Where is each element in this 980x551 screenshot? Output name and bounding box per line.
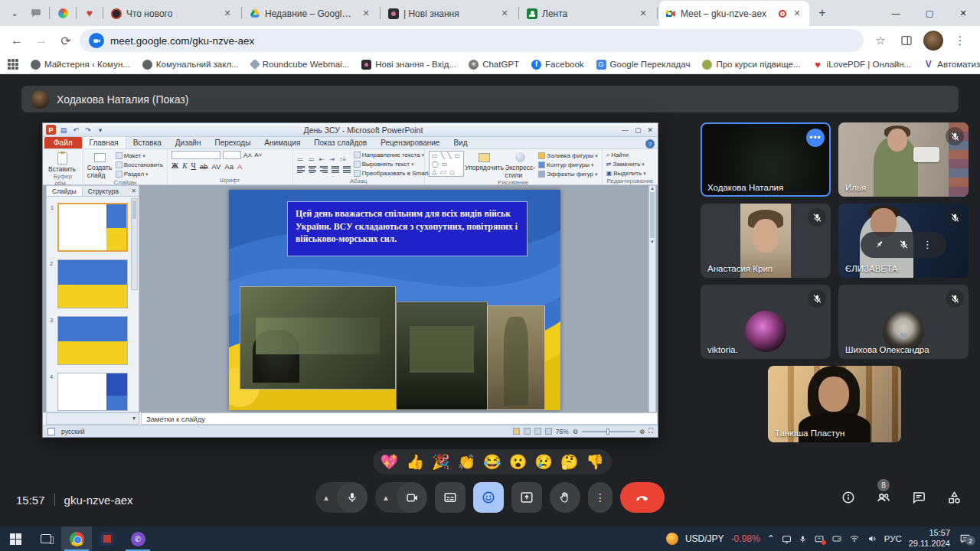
tab-close-icon[interactable]: ✕ — [791, 8, 803, 20]
layout-button[interactable]: Макет▾ — [116, 152, 163, 160]
reaction-cry[interactable]: 😢 — [534, 455, 553, 469]
ppt-tab-slideshow[interactable]: Показ слайдов — [307, 137, 374, 148]
align-left-button[interactable] — [297, 166, 305, 173]
mic-button[interactable] — [337, 482, 368, 513]
ppt-minimize-button[interactable]: — — [622, 126, 629, 134]
reaction-surprised[interactable]: 😮 — [509, 455, 528, 469]
meeting-details-button[interactable] — [833, 482, 864, 513]
reaction-laugh[interactable]: 😂 — [483, 455, 501, 469]
outline-tab[interactable]: Структура — [83, 187, 124, 196]
zoom-slider[interactable] — [582, 431, 635, 432]
profile-avatar[interactable] — [923, 31, 943, 51]
fit-to-window-button[interactable]: ⛶ — [648, 427, 653, 435]
slide-thumbnail-1[interactable]: 1 — [57, 203, 128, 252]
bookmark-kursy[interactable]: Про курси підвище... — [702, 60, 800, 70]
reaction-thumbs-down[interactable]: 👎 — [586, 455, 604, 469]
side-panel-icon[interactable] — [897, 31, 916, 50]
end-call-button[interactable] — [620, 482, 665, 513]
bookmark-ilovepdf[interactable]: ♥iLovePDF | Онлайн... — [813, 60, 912, 70]
section-button[interactable]: Раздел▾ — [116, 170, 163, 178]
underline-button[interactable]: Ч — [191, 162, 196, 170]
pinned-tab-sphere[interactable] — [51, 2, 74, 24]
close-button[interactable]: ✕ — [946, 0, 980, 26]
quick-access-dropdown-icon[interactable]: ▾ — [96, 126, 105, 134]
taskbar-clock[interactable]: 15:57 29.11.2024 — [909, 528, 950, 549]
reading-view-button[interactable] — [534, 428, 541, 435]
slides-tab[interactable]: Слайды — [47, 187, 83, 196]
tab-meet-active[interactable]: Meet – gku-nzve-aex ✕ — [659, 1, 809, 26]
bookmark-translate[interactable]: GGoogle Перекладач — [596, 60, 691, 70]
font-size-combobox[interactable] — [223, 151, 241, 159]
ppt-tab-home[interactable]: Главная — [82, 136, 126, 148]
bold-button[interactable]: Ж — [172, 162, 178, 170]
shrink-font-button[interactable]: A˅ — [254, 152, 262, 158]
columns-button[interactable] — [343, 166, 351, 173]
slideshow-view-button[interactable] — [545, 428, 552, 435]
ppt-maximize-button[interactable]: ▢ — [635, 126, 642, 134]
wifi-icon[interactable] — [849, 534, 860, 543]
normal-view-button[interactable] — [513, 428, 520, 435]
ticker-coin-icon[interactable] — [666, 533, 678, 545]
participant-tile-anastasia[interactable]: Анастасия Крип — [701, 204, 831, 278]
tray-display-icon[interactable] — [782, 534, 792, 544]
undo-icon[interactable]: ↶ — [71, 126, 80, 134]
reaction-thumbs-up[interactable]: 👍 — [406, 455, 424, 469]
select-button[interactable]: ▣Выделить▾ — [606, 169, 654, 178]
participant-tile-yelizaveta[interactable]: ⋮ ЄЛИЗАВЕТА — [838, 204, 969, 278]
chrome-menu-icon[interactable]: ⋮ — [951, 31, 969, 50]
mute-icon[interactable] — [899, 240, 909, 249]
shape-fill-button[interactable]: Заливка фигуры▾ — [538, 152, 598, 160]
taskbar-viber[interactable]: ✆ — [122, 527, 153, 551]
back-button[interactable]: ← — [6, 30, 28, 51]
camera-button[interactable] — [397, 482, 427, 513]
ppt-close-button[interactable]: ✕ — [647, 126, 653, 134]
minimize-button[interactable]: — — [879, 0, 913, 26]
slides-panel-scrollbar[interactable] — [131, 198, 138, 290]
pinned-tab-heart[interactable]: ♥ — [78, 2, 101, 24]
align-center-button[interactable] — [309, 166, 316, 173]
tab-close-icon[interactable]: ✕ — [498, 8, 511, 20]
change-case-button[interactable]: Aa — [224, 162, 234, 171]
tab-close-icon[interactable]: ✕ — [637, 8, 649, 20]
start-button[interactable] — [0, 527, 31, 551]
keyboard-language[interactable]: РУС — [884, 534, 902, 543]
ppt-tab-view[interactable]: Вид — [446, 137, 474, 148]
reactions-button[interactable] — [473, 482, 504, 513]
participant-tile-tanyusha[interactable]: Танюша Пластун — [768, 366, 901, 442]
tile-more-options-icon[interactable]: ⋮ — [923, 239, 933, 250]
redo-icon[interactable]: ↷ — [83, 126, 93, 134]
slide-thumbnail-3[interactable]: 3 — [57, 316, 128, 365]
ppt-tab-insert[interactable]: Вставка — [126, 137, 168, 148]
ppt-tab-review[interactable]: Рецензирование — [374, 137, 446, 148]
ppt-help-icon[interactable]: ? — [645, 139, 655, 148]
tab-close-icon[interactable]: ✕ — [221, 8, 234, 20]
new-tab-button[interactable]: + — [812, 3, 832, 23]
slide-thumbnail-4[interactable]: 4 — [57, 373, 128, 411]
reaction-thinking[interactable]: 🤔 — [560, 455, 579, 469]
more-options-button[interactable]: ⋮ — [588, 482, 612, 513]
taskbar-chrome[interactable] — [61, 527, 92, 551]
slide-scrollbar[interactable]: ▲▼ — [648, 185, 656, 412]
numbering-button[interactable]: ≕ — [308, 155, 315, 163]
address-bar[interactable]: meet.google.com/gku-nzve-aex — [80, 29, 864, 52]
tab-novi-znannia[interactable]: | Нові знання ✕ — [382, 1, 517, 26]
reaction-party[interactable]: 🎉 — [432, 455, 450, 469]
italic-button[interactable]: К — [182, 162, 187, 170]
zoom-out-button[interactable]: ⊖ — [573, 428, 578, 435]
participant-tile-khodakova[interactable]: ••• Ходакова Наталия — [701, 122, 831, 197]
language-indicator[interactable]: русский — [61, 428, 85, 435]
reaction-heart[interactable]: 💖 — [381, 455, 399, 469]
notification-center-button[interactable]: 2 — [957, 533, 972, 544]
bookmark-roundcube[interactable]: Roundcube Webmai... — [251, 60, 350, 69]
tab-classroom[interactable]: Лента ✕ — [521, 1, 655, 26]
bookmark-novi-znannia[interactable]: Нові знання - Вхід... — [361, 60, 456, 70]
currency-pair[interactable]: USD/JPY — [685, 533, 724, 544]
apps-grid-icon[interactable] — [8, 59, 18, 70]
notes-field[interactable]: Заметки к слайду — [141, 412, 658, 425]
bookmark-facebook[interactable]: fFacebook — [531, 60, 584, 70]
chat-panel-button[interactable] — [903, 482, 934, 513]
participant-tile-shykhova[interactable]: Шихова Олександра — [838, 285, 969, 359]
align-right-button[interactable] — [320, 166, 328, 173]
maximize-button[interactable]: ▢ — [913, 0, 946, 26]
save-icon[interactable]: ▤ — [59, 126, 68, 134]
